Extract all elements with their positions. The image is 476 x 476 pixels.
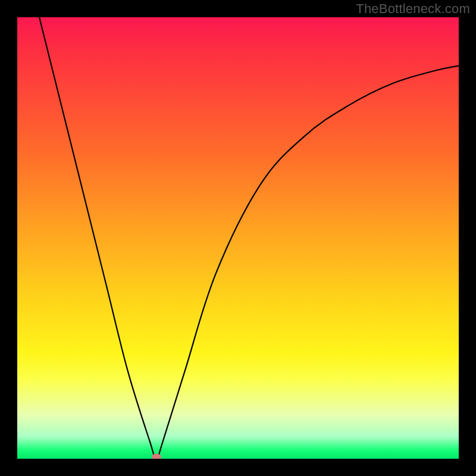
optimal-point-marker bbox=[152, 454, 161, 459]
bottleneck-curve bbox=[17, 17, 459, 459]
chart-frame: TheBottleneck.com bbox=[0, 0, 476, 476]
plot-area bbox=[17, 17, 459, 459]
watermark-text: TheBottleneck.com bbox=[356, 1, 470, 17]
